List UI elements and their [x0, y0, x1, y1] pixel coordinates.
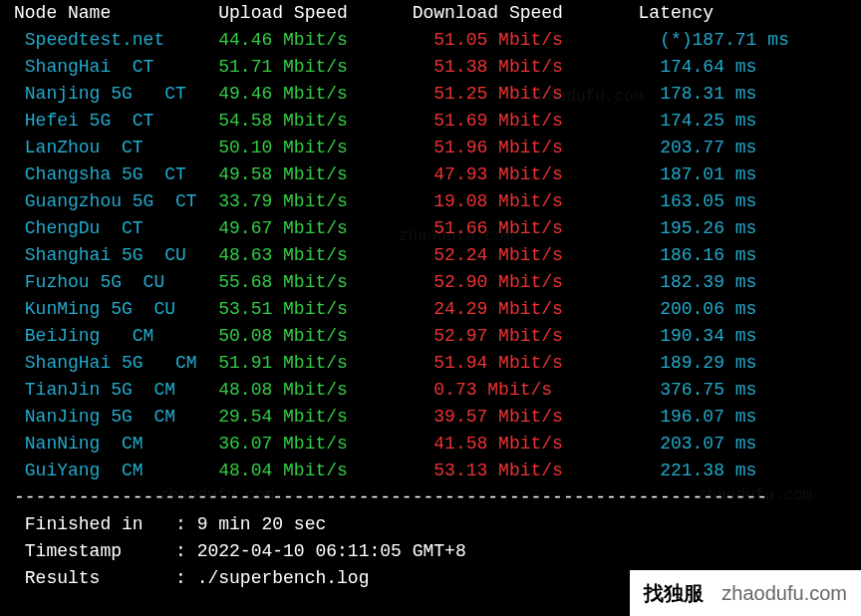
- cell-node: BeiJing CM: [14, 326, 218, 346]
- cell-latency: 182.39 ms: [660, 272, 756, 292]
- cell-download: 51.94 Mbit/s: [433, 353, 660, 373]
- cell-latency: 221.38 ms: [660, 461, 756, 480]
- cell-node: ShangHai 5G CM: [14, 353, 218, 373]
- table-row: Changsha 5G CT 49.58 Mbit/s 47.93 Mbit/s…: [14, 161, 847, 188]
- header-node: Node Name: [14, 3, 111, 23]
- attribution-badge: 找独服 zhaodufu.com: [630, 570, 861, 616]
- table-row: NanJing 5G CM 29.54 Mbit/s 39.57 Mbit/s …: [14, 404, 847, 431]
- cell-upload: 33.79 Mbit/s: [218, 191, 433, 211]
- cell-latency: 203.07 ms: [660, 434, 756, 454]
- cell-node: Guangzhou 5G CT: [14, 191, 218, 211]
- cell-download: 0.73 Mbit/s: [433, 380, 660, 400]
- cell-download: 52.97 Mbit/s: [433, 326, 660, 346]
- cell-upload: 50.10 Mbit/s: [218, 138, 433, 157]
- cell-download: 52.90 Mbit/s: [433, 272, 660, 292]
- cell-upload: 48.63 Mbit/s: [218, 245, 433, 265]
- table-body: Speedtest.net 44.46 Mbit/s 51.05 Mbit/s …: [14, 27, 847, 484]
- cell-upload: 51.71 Mbit/s: [218, 57, 433, 77]
- divider-line: ----------------------------------------…: [14, 484, 847, 511]
- cell-upload: 54.58 Mbit/s: [218, 111, 433, 131]
- cell-upload: 50.08 Mbit/s: [218, 326, 433, 346]
- table-header: Node Name Upload Speed Download Speed La…: [14, 0, 847, 27]
- cell-upload: 51.91 Mbit/s: [218, 353, 433, 373]
- table-row: BeiJing CM 50.08 Mbit/s 52.97 Mbit/s 190…: [14, 323, 847, 350]
- cell-latency: 189.29 ms: [660, 353, 756, 373]
- cell-upload: 49.46 Mbit/s: [218, 84, 433, 104]
- cell-download: 19.08 Mbit/s: [433, 191, 660, 211]
- table-row: LanZhou CT 50.10 Mbit/s 51.96 Mbit/s 203…: [14, 135, 847, 161]
- cell-download: 51.25 Mbit/s: [433, 84, 660, 104]
- cell-node: ShangHai CT: [14, 57, 218, 77]
- footer-finished: Finished in : 9 min 20 sec: [14, 511, 847, 538]
- cell-download: 51.66 Mbit/s: [433, 218, 660, 238]
- header-download: Download Speed: [413, 3, 563, 23]
- table-row: KunMing 5G CU 53.51 Mbit/s 24.29 Mbit/s …: [14, 296, 847, 323]
- cell-upload: 48.08 Mbit/s: [218, 380, 433, 400]
- cell-upload: 49.67 Mbit/s: [218, 218, 433, 238]
- cell-upload: 48.04 Mbit/s: [218, 461, 433, 480]
- cell-latency: 196.07 ms: [660, 407, 756, 427]
- cell-latency: 195.26 ms: [660, 218, 756, 238]
- cell-download: 53.13 Mbit/s: [433, 461, 660, 480]
- cell-upload: 36.07 Mbit/s: [218, 434, 433, 454]
- cell-latency: 163.05 ms: [660, 191, 756, 211]
- table-row: NanNing CM 36.07 Mbit/s 41.58 Mbit/s 203…: [14, 431, 847, 458]
- cell-node: Hefei 5G CT: [14, 111, 218, 131]
- header-latency: Latency: [639, 3, 715, 23]
- table-row: ShangHai 5G CM 51.91 Mbit/s 51.94 Mbit/s…: [14, 350, 847, 377]
- cell-download: 51.38 Mbit/s: [433, 57, 660, 77]
- cell-latency: 187.01 ms: [660, 164, 756, 184]
- cell-upload: 29.54 Mbit/s: [218, 407, 433, 427]
- table-row: GuiYang CM 48.04 Mbit/s 53.13 Mbit/s 221…: [14, 458, 847, 484]
- cell-node: Shanghai 5G CU: [14, 245, 218, 265]
- table-row: Guangzhou 5G CT 33.79 Mbit/s 19.08 Mbit/…: [14, 188, 847, 215]
- cell-node: NanJing 5G CM: [14, 407, 218, 427]
- table-row: TianJin 5G CM 48.08 Mbit/s 0.73 Mbit/s 3…: [14, 377, 847, 404]
- badge-cn-text: 找独服: [644, 578, 704, 608]
- cell-download: 47.93 Mbit/s: [433, 164, 660, 184]
- cell-download: 51.69 Mbit/s: [433, 111, 660, 131]
- cell-latency: 200.06 ms: [660, 299, 756, 319]
- table-row: ChengDu CT 49.67 Mbit/s 51.66 Mbit/s 195…: [14, 215, 847, 242]
- cell-download: 51.05 Mbit/s: [433, 30, 660, 50]
- footer-timestamp: Timestamp : 2022-04-10 06:11:05 GMT+8: [14, 538, 847, 565]
- cell-node: Fuzhou 5G CU: [14, 272, 218, 292]
- cell-download: 52.24 Mbit/s: [433, 245, 660, 265]
- table-row: Speedtest.net 44.46 Mbit/s 51.05 Mbit/s …: [14, 27, 847, 54]
- cell-download: 51.96 Mbit/s: [433, 138, 660, 157]
- cell-latency: (*)187.71 ms: [660, 30, 789, 50]
- cell-node: Nanjing 5G CT: [14, 84, 218, 104]
- cell-node: KunMing 5G CU: [14, 299, 218, 319]
- cell-node: GuiYang CM: [14, 461, 218, 480]
- header-upload: Upload Speed: [218, 3, 348, 23]
- badge-url-text: zhaodufu.com: [721, 578, 847, 608]
- cell-download: 41.58 Mbit/s: [433, 434, 660, 454]
- cell-latency: 174.64 ms: [660, 57, 756, 77]
- cell-upload: 55.68 Mbit/s: [218, 272, 433, 292]
- cell-download: 24.29 Mbit/s: [433, 299, 660, 319]
- cell-latency: 376.75 ms: [660, 380, 756, 400]
- table-row: Hefei 5G CT 54.58 Mbit/s 51.69 Mbit/s 17…: [14, 108, 847, 135]
- cell-download: 39.57 Mbit/s: [433, 407, 660, 427]
- table-row: Fuzhou 5G CU 55.68 Mbit/s 52.90 Mbit/s 1…: [14, 269, 847, 296]
- cell-node: Changsha 5G CT: [14, 164, 218, 184]
- cell-latency: 178.31 ms: [660, 84, 756, 104]
- table-row: Shanghai 5G CU 48.63 Mbit/s 52.24 Mbit/s…: [14, 242, 847, 269]
- cell-latency: 186.16 ms: [660, 245, 756, 265]
- cell-upload: 44.46 Mbit/s: [218, 30, 433, 50]
- cell-latency: 174.25 ms: [660, 111, 756, 131]
- cell-latency: 190.34 ms: [660, 326, 756, 346]
- cell-node: ChengDu CT: [14, 218, 218, 238]
- cell-node: LanZhou CT: [14, 138, 218, 157]
- table-row: Nanjing 5G CT 49.46 Mbit/s 51.25 Mbit/s …: [14, 81, 847, 108]
- cell-upload: 53.51 Mbit/s: [218, 299, 433, 319]
- cell-upload: 49.58 Mbit/s: [218, 164, 433, 184]
- cell-node: TianJin 5G CM: [14, 380, 218, 400]
- terminal-output: Node Name Upload Speed Download Speed La…: [0, 0, 861, 606]
- cell-latency: 203.77 ms: [660, 138, 756, 157]
- cell-node: Speedtest.net: [14, 30, 218, 50]
- table-row: ShangHai CT 51.71 Mbit/s 51.38 Mbit/s 17…: [14, 54, 847, 81]
- cell-node: NanNing CM: [14, 434, 218, 454]
